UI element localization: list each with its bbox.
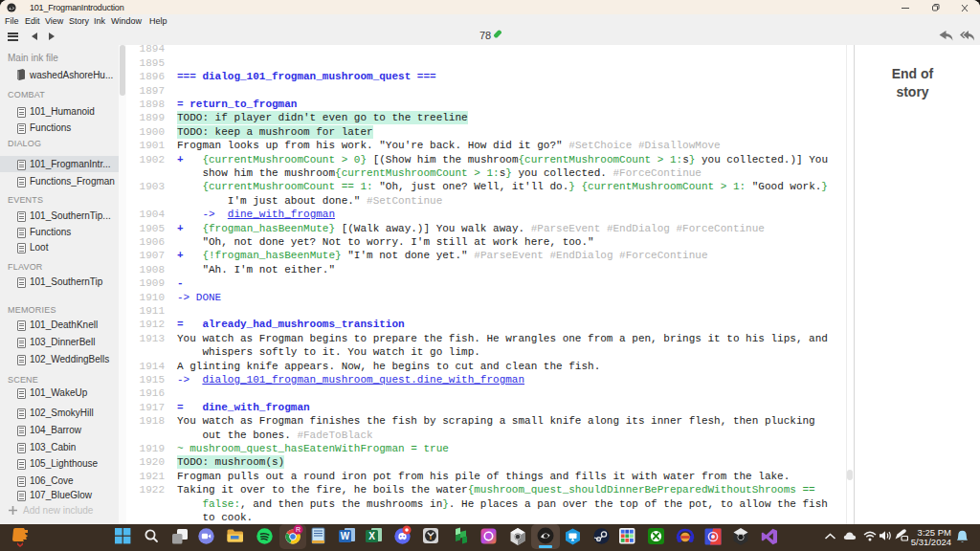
svg-text:W: W [341,531,350,541]
svg-text:R: R [296,526,301,533]
svg-text:X: X [368,531,375,541]
